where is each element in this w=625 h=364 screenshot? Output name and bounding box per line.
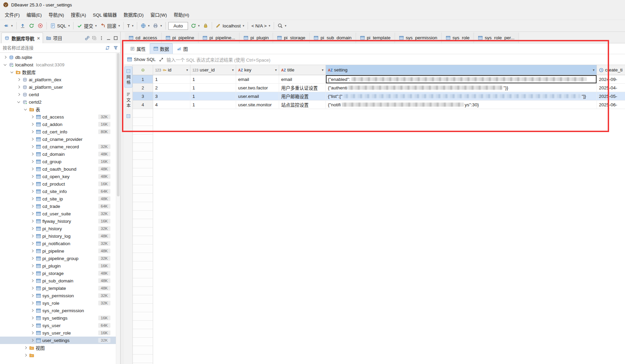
cell-key[interactable]: user.site.monitor xyxy=(236,101,279,109)
tree-item-user_settings[interactable]: user_settings32K xyxy=(0,337,116,344)
cell-title[interactable]: 用户多重认证设置 xyxy=(279,84,326,92)
chevron-right-icon[interactable] xyxy=(30,316,35,320)
export-button[interactable] xyxy=(18,22,27,30)
menu-sql-editor[interactable]: SQL 编辑器 xyxy=(89,9,120,20)
chevron-down-icon[interactable] xyxy=(9,70,14,74)
filter-dropdown-icon[interactable]: ▾ xyxy=(275,68,277,72)
editor-tab-cd_access[interactable]: cd_access xyxy=(125,33,162,43)
tree-item-db.sqlite[interactable]: db.sqlite xyxy=(0,53,116,61)
editor-tab-sys_role[interactable]: sys_role xyxy=(442,33,474,43)
cell-setting[interactable]: {"enabled": xyxy=(326,75,597,84)
row-header-3[interactable]: 3 xyxy=(133,92,153,101)
tree-item-cd_cname_provider[interactable]: cd_cname_provider xyxy=(0,135,116,143)
chevron-right-icon[interactable] xyxy=(16,85,21,89)
row-header-4[interactable]: 4 xyxy=(133,101,153,109)
tree-item-cd_product[interactable]: cd_product16K xyxy=(0,180,116,188)
chevron-right-icon[interactable] xyxy=(30,293,35,298)
chevron-right-icon[interactable] xyxy=(30,129,35,134)
chevron-right-icon[interactable] xyxy=(30,189,35,194)
presentation-tab-text[interactable]: 文本 xyxy=(124,90,132,110)
dropdown-arrow-icon[interactable]: ▾ xyxy=(160,24,162,27)
result-tab-properties[interactable]: 属性 xyxy=(127,44,149,54)
chevron-right-icon[interactable] xyxy=(30,286,35,291)
sync-selection-button[interactable] xyxy=(104,45,111,51)
chevron-right-icon[interactable] xyxy=(30,137,35,142)
editor-tab-pi_pipeline[interactable]: pi_pipeline xyxy=(162,33,199,43)
chevron-right-icon[interactable] xyxy=(30,241,35,246)
row-header-1[interactable]: 1 xyxy=(133,75,153,84)
cell-create_ti[interactable]: 2025-05- xyxy=(597,92,625,101)
dropdown-arrow-icon[interactable]: ▾ xyxy=(285,24,287,27)
cell-setting[interactable]: {"notifiys":30} xyxy=(326,101,597,109)
maximize-panel-button[interactable] xyxy=(112,35,119,41)
refresh-button[interactable] xyxy=(27,22,36,30)
row-header-2[interactable]: 2 xyxy=(133,84,153,92)
filter-dropdown-icon[interactable]: ▾ xyxy=(322,68,324,72)
tree-item-ai_platform_dex[interactable]: ai_platform_dex xyxy=(0,76,116,83)
chevron-right-icon[interactable] xyxy=(30,167,35,171)
chevron-down-icon[interactable] xyxy=(23,107,28,112)
commit-mode-combo[interactable]: Auto xyxy=(168,22,188,30)
editor-tab-pi_template[interactable]: pi_template xyxy=(356,33,395,43)
filter-settings-button[interactable] xyxy=(112,45,119,51)
cell-id[interactable]: 1 xyxy=(153,75,190,84)
tree-item-pi_notification[interactable]: pi_notification32K xyxy=(0,240,116,247)
chevron-right-icon[interactable] xyxy=(30,174,35,179)
chevron-right-icon[interactable] xyxy=(30,301,35,305)
tree-item-视图[interactable]: 视图 xyxy=(0,344,116,351)
tree-item-certd[interactable]: certd xyxy=(0,91,116,98)
tree-item-flyway_history[interactable]: flyway_history16K xyxy=(0,217,116,225)
web-browser-button[interactable]: ▾ xyxy=(139,22,151,30)
sql-editor-button[interactable]: SQL▾ xyxy=(48,22,72,30)
tree-item-cd_addon[interactable]: cd_addon16K xyxy=(0,121,116,128)
chevron-right-icon[interactable] xyxy=(30,152,35,156)
rollback-button[interactable]: 回滚▾ xyxy=(99,21,122,30)
tree-item-pi_storage[interactable]: pi_storage48K xyxy=(0,270,116,277)
chevron-right-icon[interactable] xyxy=(30,271,35,276)
chevron-right-icon[interactable] xyxy=(30,204,35,209)
tree-item-cd_cname_record[interactable]: cd_cname_record32K xyxy=(0,143,116,150)
chevron-right-icon[interactable] xyxy=(30,181,35,186)
dropdown-arrow-icon[interactable]: ▾ xyxy=(269,24,270,27)
panel-sash[interactable] xyxy=(121,32,124,364)
tree-item-cd_site_ip[interactable]: cd_site_ip48K xyxy=(0,195,116,202)
chevron-down-icon[interactable] xyxy=(16,100,21,104)
filter-dropdown-icon[interactable]: ▾ xyxy=(186,68,188,72)
chevron-right-icon[interactable] xyxy=(30,278,35,283)
column-header-user_id[interactable]: 123user_id▾ xyxy=(190,65,236,75)
dropdown-arrow-icon[interactable]: ▾ xyxy=(198,24,200,27)
chevron-right-icon[interactable] xyxy=(30,249,35,253)
show-sql-button[interactable]: Show SQL xyxy=(127,57,156,62)
tree-item-cd_user_suite[interactable]: cd_user_suite32K xyxy=(0,210,116,217)
chevron-right-icon[interactable] xyxy=(30,122,35,127)
tree-item-cd_trade[interactable]: cd_trade64K xyxy=(0,202,116,210)
presentation-menu-icon[interactable] xyxy=(126,114,131,119)
result-tab-diagram[interactable]: 图 xyxy=(173,44,191,54)
chevron-right-icon[interactable] xyxy=(30,219,35,223)
cell-key[interactable]: user.email xyxy=(236,92,279,101)
chevron-right-icon[interactable] xyxy=(30,263,35,268)
menu-window[interactable]: 窗口(W) xyxy=(147,9,170,20)
chevron-down-icon[interactable] xyxy=(3,62,7,67)
menu-help[interactable]: 帮助(H) xyxy=(170,9,193,20)
minimize-panel-button[interactable] xyxy=(105,35,112,41)
chevron-right-icon[interactable] xyxy=(30,211,35,216)
chevron-right-icon[interactable] xyxy=(30,226,35,231)
editor-tab-pi_sub_domain[interactable]: pi_sub_domain xyxy=(310,33,356,43)
chevron-right-icon[interactable] xyxy=(30,338,35,343)
select-all-cell[interactable] xyxy=(133,65,153,75)
cell-title[interactable]: 站点监控设置 xyxy=(279,101,326,109)
chevron-right-icon[interactable] xyxy=(30,159,35,164)
cell-key[interactable]: user.two.factor xyxy=(236,84,279,92)
chevron-right-icon[interactable] xyxy=(23,353,28,358)
menu-file[interactable]: 文件(F) xyxy=(1,9,23,20)
tree-item-cd_open_key[interactable]: cd_open_key48K xyxy=(0,173,116,180)
dropdown-arrow-icon[interactable]: ▾ xyxy=(119,24,120,27)
scrollbar-thumb[interactable] xyxy=(117,53,120,196)
cell-user_id[interactable]: 1 xyxy=(190,75,236,84)
tab-database-navigator[interactable]: 数据库导航 × xyxy=(1,33,43,44)
cell-create_ti[interactable]: 2025-06- xyxy=(597,101,625,109)
auto-refresh-button[interactable]: ▾ xyxy=(189,22,202,30)
editor-tab-pi_plugin[interactable]: pi_plugin xyxy=(239,33,273,43)
chevron-right-icon[interactable] xyxy=(30,256,35,261)
